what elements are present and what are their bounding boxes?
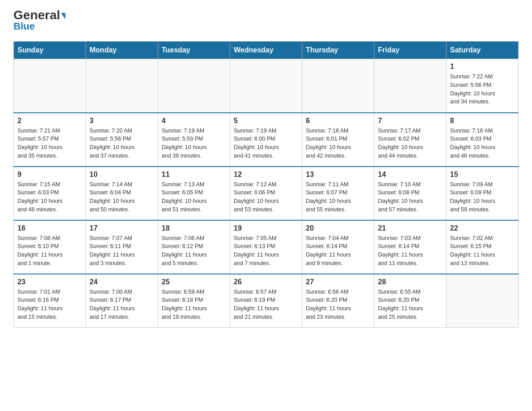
calendar-cell: 15Sunrise: 7:09 AM Sunset: 6:09 PM Dayli… xyxy=(446,167,519,220)
day-info: Sunrise: 7:05 AM Sunset: 6:13 PM Dayligh… xyxy=(234,234,298,268)
day-info: Sunrise: 6:57 AM Sunset: 6:19 PM Dayligh… xyxy=(234,288,298,321)
calendar-cell xyxy=(86,59,158,113)
day-info: Sunrise: 7:12 AM Sunset: 6:06 PM Dayligh… xyxy=(234,180,298,214)
calendar-cell: 19Sunrise: 7:05 AM Sunset: 6:13 PM Dayli… xyxy=(230,220,302,274)
day-of-week-header: Saturday xyxy=(446,42,519,59)
day-number: 14 xyxy=(378,171,442,179)
day-info: Sunrise: 6:59 AM Sunset: 6:18 PM Dayligh… xyxy=(162,288,226,321)
calendar-cell: 18Sunrise: 7:06 AM Sunset: 6:12 PM Dayli… xyxy=(158,220,230,274)
day-info: Sunrise: 6:56 AM Sunset: 6:20 PM Dayligh… xyxy=(306,288,370,321)
day-of-week-header: Friday xyxy=(374,42,446,59)
logo-blue-text: Blue xyxy=(13,21,35,32)
calendar-cell: 24Sunrise: 7:00 AM Sunset: 6:17 PM Dayli… xyxy=(86,274,158,328)
day-info: Sunrise: 7:01 AM Sunset: 6:16 PM Dayligh… xyxy=(17,288,82,321)
day-number: 18 xyxy=(162,224,226,232)
logo: General Blue xyxy=(13,9,65,32)
day-number: 26 xyxy=(234,278,298,286)
calendar-week-row: 23Sunrise: 7:01 AM Sunset: 6:16 PM Dayli… xyxy=(14,274,519,328)
calendar-cell: 3Sunrise: 7:20 AM Sunset: 5:58 PM Daylig… xyxy=(86,113,158,167)
calendar-cell: 28Sunrise: 6:55 AM Sunset: 6:20 PM Dayli… xyxy=(374,274,446,328)
calendar-cell: 26Sunrise: 6:57 AM Sunset: 6:19 PM Dayli… xyxy=(230,274,302,328)
calendar-cell: 25Sunrise: 6:59 AM Sunset: 6:18 PM Dayli… xyxy=(158,274,230,328)
day-number: 4 xyxy=(162,117,226,125)
day-info: Sunrise: 6:55 AM Sunset: 6:20 PM Dayligh… xyxy=(378,288,442,321)
day-number: 19 xyxy=(234,224,298,232)
calendar-week-row: 9Sunrise: 7:15 AM Sunset: 6:03 PM Daylig… xyxy=(14,167,519,220)
calendar-cell xyxy=(158,59,230,113)
calendar-cell: 6Sunrise: 7:18 AM Sunset: 6:01 PM Daylig… xyxy=(302,113,374,167)
calendar-cell: 9Sunrise: 7:15 AM Sunset: 6:03 PM Daylig… xyxy=(14,167,86,220)
day-info: Sunrise: 7:19 AM Sunset: 6:00 PM Dayligh… xyxy=(234,127,298,160)
day-number: 7 xyxy=(378,117,442,125)
calendar-cell xyxy=(230,59,302,113)
calendar-header-row: SundayMondayTuesdayWednesdayThursdayFrid… xyxy=(14,42,519,59)
day-number: 24 xyxy=(90,278,154,286)
calendar-week-row: 1Sunrise: 7:22 AM Sunset: 5:56 PM Daylig… xyxy=(14,59,519,113)
day-info: Sunrise: 7:14 AM Sunset: 6:04 PM Dayligh… xyxy=(90,180,154,214)
calendar-week-row: 16Sunrise: 7:08 AM Sunset: 6:10 PM Dayli… xyxy=(14,220,519,274)
day-info: Sunrise: 7:03 AM Sunset: 6:14 PM Dayligh… xyxy=(378,234,442,268)
calendar-cell: 20Sunrise: 7:04 AM Sunset: 6:14 PM Dayli… xyxy=(302,220,374,274)
calendar-cell: 4Sunrise: 7:19 AM Sunset: 5:59 PM Daylig… xyxy=(158,113,230,167)
calendar-cell: 14Sunrise: 7:10 AM Sunset: 6:08 PM Dayli… xyxy=(374,167,446,220)
calendar-cell xyxy=(14,59,86,113)
day-number: 13 xyxy=(306,171,370,179)
day-info: Sunrise: 7:06 AM Sunset: 6:12 PM Dayligh… xyxy=(162,234,226,268)
day-number: 21 xyxy=(378,224,442,232)
calendar-cell: 16Sunrise: 7:08 AM Sunset: 6:10 PM Dayli… xyxy=(14,220,86,274)
calendar-cell: 7Sunrise: 7:17 AM Sunset: 6:02 PM Daylig… xyxy=(374,113,446,167)
day-info: Sunrise: 7:16 AM Sunset: 6:03 PM Dayligh… xyxy=(450,127,515,160)
day-number: 28 xyxy=(378,278,442,286)
day-number: 6 xyxy=(306,117,370,125)
day-number: 1 xyxy=(450,63,515,71)
day-info: Sunrise: 7:04 AM Sunset: 6:14 PM Dayligh… xyxy=(306,234,370,268)
day-number: 15 xyxy=(450,171,515,179)
day-number: 2 xyxy=(17,117,82,125)
day-info: Sunrise: 7:10 AM Sunset: 6:08 PM Dayligh… xyxy=(378,180,442,214)
day-number: 20 xyxy=(306,224,370,232)
day-number: 3 xyxy=(90,117,154,125)
calendar-cell: 23Sunrise: 7:01 AM Sunset: 6:16 PM Dayli… xyxy=(14,274,86,328)
day-number: 17 xyxy=(90,224,154,232)
day-info: Sunrise: 7:21 AM Sunset: 5:57 PM Dayligh… xyxy=(17,127,82,160)
day-number: 25 xyxy=(162,278,226,286)
calendar-cell: 27Sunrise: 6:56 AM Sunset: 6:20 PM Dayli… xyxy=(302,274,374,328)
day-number: 22 xyxy=(450,224,515,232)
day-of-week-header: Thursday xyxy=(302,42,374,59)
day-info: Sunrise: 7:17 AM Sunset: 6:02 PM Dayligh… xyxy=(378,127,442,160)
logo-general-text: General xyxy=(13,9,65,21)
day-number: 10 xyxy=(90,171,154,179)
day-number: 12 xyxy=(234,171,298,179)
day-info: Sunrise: 7:19 AM Sunset: 5:59 PM Dayligh… xyxy=(162,127,226,160)
logo-triangle-icon xyxy=(61,13,65,19)
day-of-week-header: Monday xyxy=(86,42,158,59)
calendar-cell: 5Sunrise: 7:19 AM Sunset: 6:00 PM Daylig… xyxy=(230,113,302,167)
day-info: Sunrise: 7:00 AM Sunset: 6:17 PM Dayligh… xyxy=(90,288,154,321)
day-number: 9 xyxy=(17,171,82,179)
day-info: Sunrise: 7:13 AM Sunset: 6:05 PM Dayligh… xyxy=(162,180,226,214)
calendar-cell: 10Sunrise: 7:14 AM Sunset: 6:04 PM Dayli… xyxy=(86,167,158,220)
calendar-cell xyxy=(302,59,374,113)
calendar-cell: 11Sunrise: 7:13 AM Sunset: 6:05 PM Dayli… xyxy=(158,167,230,220)
calendar-cell: 21Sunrise: 7:03 AM Sunset: 6:14 PM Dayli… xyxy=(374,220,446,274)
calendar-table: SundayMondayTuesdayWednesdayThursdayFrid… xyxy=(13,41,519,328)
day-number: 23 xyxy=(17,278,82,286)
calendar-cell: 13Sunrise: 7:11 AM Sunset: 6:07 PM Dayli… xyxy=(302,167,374,220)
day-info: Sunrise: 7:22 AM Sunset: 5:56 PM Dayligh… xyxy=(450,73,515,106)
day-info: Sunrise: 7:07 AM Sunset: 6:11 PM Dayligh… xyxy=(90,234,154,268)
day-info: Sunrise: 7:08 AM Sunset: 6:10 PM Dayligh… xyxy=(17,234,82,268)
calendar-cell xyxy=(446,274,519,328)
calendar-cell: 8Sunrise: 7:16 AM Sunset: 6:03 PM Daylig… xyxy=(446,113,519,167)
day-number: 16 xyxy=(17,224,82,232)
page-header: General Blue xyxy=(13,9,519,32)
day-info: Sunrise: 7:20 AM Sunset: 5:58 PM Dayligh… xyxy=(90,127,154,160)
calendar-cell: 12Sunrise: 7:12 AM Sunset: 6:06 PM Dayli… xyxy=(230,167,302,220)
day-of-week-header: Sunday xyxy=(14,42,86,59)
calendar-week-row: 2Sunrise: 7:21 AM Sunset: 5:57 PM Daylig… xyxy=(14,113,519,167)
day-of-week-header: Tuesday xyxy=(158,42,230,59)
calendar-cell: 22Sunrise: 7:02 AM Sunset: 6:15 PM Dayli… xyxy=(446,220,519,274)
day-number: 27 xyxy=(306,278,370,286)
day-info: Sunrise: 7:02 AM Sunset: 6:15 PM Dayligh… xyxy=(450,234,515,268)
day-info: Sunrise: 7:11 AM Sunset: 6:07 PM Dayligh… xyxy=(306,180,370,214)
calendar-cell: 17Sunrise: 7:07 AM Sunset: 6:11 PM Dayli… xyxy=(86,220,158,274)
